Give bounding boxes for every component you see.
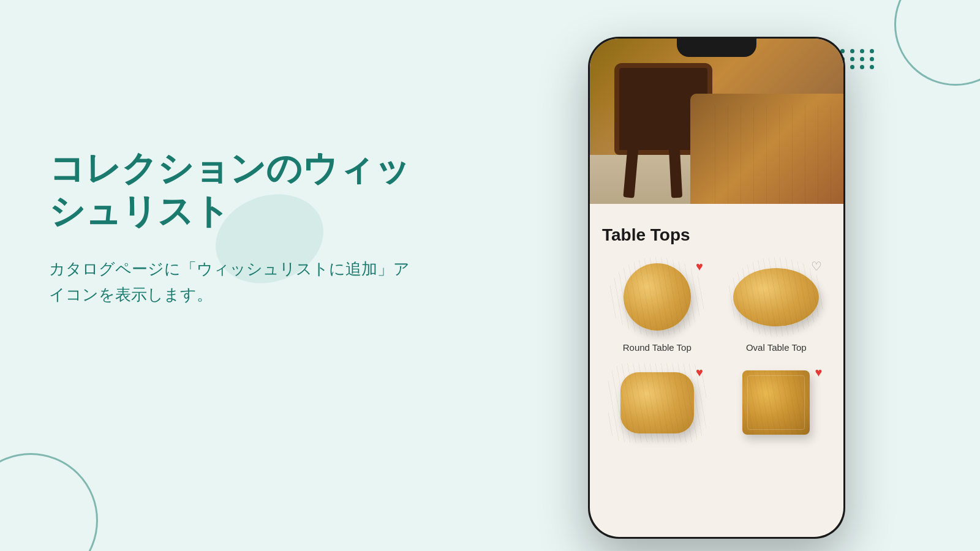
- product-card-rounded-rect: ♥: [602, 363, 712, 443]
- square-table-shape: [742, 370, 810, 435]
- wishlist-heart-square[interactable]: ♥: [815, 366, 822, 378]
- sub-text: カタログページに「ウィッシュリストに追加」アイコンを表示します。: [49, 257, 417, 307]
- product-grid: ♥ Round Table Top ♡ Oval Table Top: [602, 257, 831, 443]
- round-table-shape: [624, 263, 691, 331]
- product-image-oval: ♡: [727, 257, 825, 337]
- product-name-round: Round Table Top: [623, 342, 692, 354]
- main-title: コレクションのウィッシュリスト: [49, 147, 417, 232]
- product-image-round: ♥: [608, 257, 706, 337]
- wood-grain-square: [742, 370, 810, 435]
- wishlist-heart-rounded-rect[interactable]: ♥: [696, 366, 703, 378]
- product-image-rounded-rect: ♥: [608, 363, 706, 443]
- decorative-dots: [840, 49, 876, 69]
- product-card-oval: ♡ Oval Table Top: [722, 257, 832, 354]
- phone-content: Table Tops ♥ Round Table Top: [590, 204, 843, 443]
- left-content-section: コレクションのウィッシュリスト カタログページに「ウィッシュリストに追加」アイコ…: [49, 147, 417, 307]
- phone-mockup: Table Tops ♥ Round Table Top: [588, 37, 845, 539]
- product-card-square: ♥: [722, 363, 832, 443]
- product-image-square: ♥: [727, 363, 825, 443]
- phone-inner: Table Tops ♥ Round Table Top: [590, 39, 843, 537]
- rounded-rect-table-shape: [620, 372, 694, 433]
- table-surface-hero: [690, 94, 843, 204]
- product-card-round: ♥ Round Table Top: [602, 257, 712, 354]
- product-name-oval: Oval Table Top: [746, 342, 807, 354]
- wood-grain-round: [608, 257, 706, 337]
- phone-hero-image: [590, 39, 843, 204]
- phone-notch: [677, 39, 756, 57]
- decorative-circle-bottom-left: [0, 453, 98, 551]
- phone-frame: Table Tops ♥ Round Table Top: [588, 37, 845, 539]
- section-title: Table Tops: [602, 225, 831, 245]
- decorative-circle-top-right: [894, 0, 980, 86]
- wood-grain-oval: [727, 257, 825, 337]
- wood-grain-rounded-rect: [608, 363, 706, 443]
- wishlist-heart-oval[interactable]: ♡: [811, 260, 822, 272]
- oval-table-shape: [733, 268, 819, 326]
- wishlist-heart-round[interactable]: ♥: [696, 260, 703, 272]
